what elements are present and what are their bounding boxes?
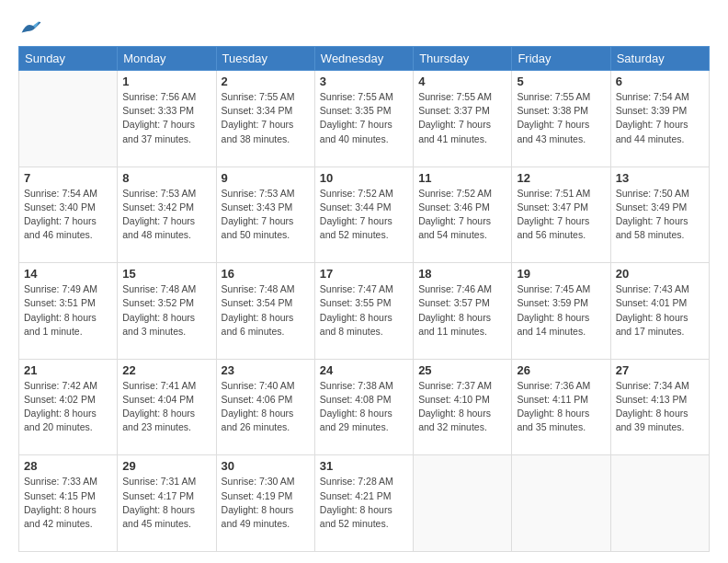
day-info: Sunrise: 7:43 AM Sunset: 4:01 PM Dayligh… xyxy=(616,282,704,339)
day-info: Sunrise: 7:37 AM Sunset: 4:10 PM Dayligh… xyxy=(418,379,506,435)
day-number: 7 xyxy=(24,171,112,185)
weekday-tuesday: Tuesday xyxy=(216,47,314,71)
day-number: 19 xyxy=(517,267,605,281)
week-row-3: 14Sunrise: 7:49 AM Sunset: 3:51 PM Dayli… xyxy=(19,263,710,360)
logo-bird-icon xyxy=(20,18,42,37)
weekday-header-row: SundayMondayTuesdayWednesdayThursdayFrid… xyxy=(19,47,710,71)
day-number: 6 xyxy=(616,75,704,88)
day-cell: 24Sunrise: 7:38 AM Sunset: 4:08 PM Dayli… xyxy=(314,359,413,455)
day-number: 23 xyxy=(222,363,310,377)
weekday-thursday: Thursday xyxy=(414,47,512,71)
day-cell: 22Sunrise: 7:41 AM Sunset: 4:04 PM Dayli… xyxy=(118,359,216,455)
day-cell: 29Sunrise: 7:31 AM Sunset: 4:17 PM Dayli… xyxy=(118,455,216,552)
day-cell: 10Sunrise: 7:52 AM Sunset: 3:44 PM Dayli… xyxy=(314,167,413,263)
day-number: 5 xyxy=(517,75,605,88)
weekday-friday: Friday xyxy=(512,47,610,71)
day-number: 3 xyxy=(320,75,408,88)
day-info: Sunrise: 7:52 AM Sunset: 3:44 PM Dayligh… xyxy=(320,187,408,243)
day-cell: 4Sunrise: 7:55 AM Sunset: 3:37 PM Daylig… xyxy=(414,71,512,167)
day-cell: 20Sunrise: 7:43 AM Sunset: 4:01 PM Dayli… xyxy=(610,263,709,360)
day-number: 1 xyxy=(122,75,210,88)
header xyxy=(18,15,710,37)
day-number: 4 xyxy=(418,75,506,88)
day-number: 12 xyxy=(517,171,605,185)
day-cell: 27Sunrise: 7:34 AM Sunset: 4:13 PM Dayli… xyxy=(610,359,709,455)
day-number: 29 xyxy=(122,459,210,473)
day-number: 11 xyxy=(418,171,506,185)
calendar-table: SundayMondayTuesdayWednesdayThursdayFrid… xyxy=(18,46,710,552)
day-cell: 14Sunrise: 7:49 AM Sunset: 3:51 PM Dayli… xyxy=(19,263,118,360)
day-info: Sunrise: 7:45 AM Sunset: 3:59 PM Dayligh… xyxy=(517,282,605,339)
day-info: Sunrise: 7:53 AM Sunset: 3:43 PM Dayligh… xyxy=(222,187,310,243)
day-number: 9 xyxy=(222,171,310,185)
day-info: Sunrise: 7:55 AM Sunset: 3:38 PM Dayligh… xyxy=(517,90,605,146)
day-cell: 31Sunrise: 7:28 AM Sunset: 4:21 PM Dayli… xyxy=(314,455,413,552)
logo xyxy=(18,18,42,37)
day-cell: 1Sunrise: 7:56 AM Sunset: 3:33 PM Daylig… xyxy=(118,71,216,167)
day-number: 31 xyxy=(320,459,408,473)
day-info: Sunrise: 7:34 AM Sunset: 4:13 PM Dayligh… xyxy=(616,379,704,435)
day-info: Sunrise: 7:36 AM Sunset: 4:11 PM Dayligh… xyxy=(517,379,605,435)
day-info: Sunrise: 7:31 AM Sunset: 4:17 PM Dayligh… xyxy=(122,475,210,531)
day-number: 14 xyxy=(24,267,112,281)
day-cell: 30Sunrise: 7:30 AM Sunset: 4:19 PM Dayli… xyxy=(216,455,314,552)
day-cell: 15Sunrise: 7:48 AM Sunset: 3:52 PM Dayli… xyxy=(118,263,216,360)
day-info: Sunrise: 7:52 AM Sunset: 3:46 PM Dayligh… xyxy=(418,187,506,243)
day-number: 13 xyxy=(616,171,704,185)
day-cell: 18Sunrise: 7:46 AM Sunset: 3:57 PM Dayli… xyxy=(414,263,512,360)
day-cell: 7Sunrise: 7:54 AM Sunset: 3:40 PM Daylig… xyxy=(19,167,118,263)
day-info: Sunrise: 7:33 AM Sunset: 4:15 PM Dayligh… xyxy=(24,475,112,531)
day-info: Sunrise: 7:28 AM Sunset: 4:21 PM Dayligh… xyxy=(320,475,408,531)
day-cell: 6Sunrise: 7:54 AM Sunset: 3:39 PM Daylig… xyxy=(610,71,709,167)
day-cell: 8Sunrise: 7:53 AM Sunset: 3:42 PM Daylig… xyxy=(118,167,216,263)
day-info: Sunrise: 7:56 AM Sunset: 3:33 PM Dayligh… xyxy=(122,90,210,146)
day-info: Sunrise: 7:55 AM Sunset: 3:37 PM Dayligh… xyxy=(418,90,506,146)
weekday-sunday: Sunday xyxy=(19,47,118,71)
day-cell: 3Sunrise: 7:55 AM Sunset: 3:35 PM Daylig… xyxy=(314,71,413,167)
day-number: 30 xyxy=(222,459,310,473)
day-cell: 28Sunrise: 7:33 AM Sunset: 4:15 PM Dayli… xyxy=(19,455,118,552)
day-number: 15 xyxy=(122,267,210,281)
day-number: 2 xyxy=(222,75,310,88)
day-cell: 17Sunrise: 7:47 AM Sunset: 3:55 PM Dayli… xyxy=(314,263,413,360)
day-number: 24 xyxy=(320,363,408,377)
day-cell: 26Sunrise: 7:36 AM Sunset: 4:11 PM Dayli… xyxy=(512,359,610,455)
day-cell xyxy=(512,455,610,552)
day-number: 18 xyxy=(418,267,506,281)
day-number: 27 xyxy=(616,363,704,377)
day-cell: 23Sunrise: 7:40 AM Sunset: 4:06 PM Dayli… xyxy=(216,359,314,455)
day-info: Sunrise: 7:46 AM Sunset: 3:57 PM Dayligh… xyxy=(418,282,506,339)
day-cell: 25Sunrise: 7:37 AM Sunset: 4:10 PM Dayli… xyxy=(414,359,512,455)
day-info: Sunrise: 7:48 AM Sunset: 3:54 PM Dayligh… xyxy=(222,282,310,339)
day-info: Sunrise: 7:50 AM Sunset: 3:49 PM Dayligh… xyxy=(616,187,704,243)
day-number: 20 xyxy=(616,267,704,281)
week-row-2: 7Sunrise: 7:54 AM Sunset: 3:40 PM Daylig… xyxy=(19,167,710,263)
day-cell: 21Sunrise: 7:42 AM Sunset: 4:02 PM Dayli… xyxy=(19,359,118,455)
day-info: Sunrise: 7:49 AM Sunset: 3:51 PM Dayligh… xyxy=(24,282,112,339)
day-info: Sunrise: 7:40 AM Sunset: 4:06 PM Dayligh… xyxy=(222,379,310,435)
day-cell: 13Sunrise: 7:50 AM Sunset: 3:49 PM Dayli… xyxy=(610,167,709,263)
day-number: 28 xyxy=(24,459,112,473)
day-number: 10 xyxy=(320,171,408,185)
day-cell: 2Sunrise: 7:55 AM Sunset: 3:34 PM Daylig… xyxy=(216,71,314,167)
day-info: Sunrise: 7:42 AM Sunset: 4:02 PM Dayligh… xyxy=(24,379,112,435)
day-info: Sunrise: 7:55 AM Sunset: 3:35 PM Dayligh… xyxy=(320,90,408,146)
day-info: Sunrise: 7:54 AM Sunset: 3:40 PM Dayligh… xyxy=(24,187,112,243)
day-cell: 12Sunrise: 7:51 AM Sunset: 3:47 PM Dayli… xyxy=(512,167,610,263)
day-cell: 9Sunrise: 7:53 AM Sunset: 3:43 PM Daylig… xyxy=(216,167,314,263)
day-number: 17 xyxy=(320,267,408,281)
day-info: Sunrise: 7:48 AM Sunset: 3:52 PM Dayligh… xyxy=(122,282,210,339)
week-row-4: 21Sunrise: 7:42 AM Sunset: 4:02 PM Dayli… xyxy=(19,359,710,455)
day-info: Sunrise: 7:30 AM Sunset: 4:19 PM Dayligh… xyxy=(222,475,310,531)
day-info: Sunrise: 7:41 AM Sunset: 4:04 PM Dayligh… xyxy=(122,379,210,435)
week-row-5: 28Sunrise: 7:33 AM Sunset: 4:15 PM Dayli… xyxy=(19,455,710,552)
day-number: 16 xyxy=(222,267,310,281)
day-number: 8 xyxy=(122,171,210,185)
day-cell xyxy=(19,71,118,167)
day-info: Sunrise: 7:55 AM Sunset: 3:34 PM Dayligh… xyxy=(222,90,310,146)
day-cell: 11Sunrise: 7:52 AM Sunset: 3:46 PM Dayli… xyxy=(414,167,512,263)
day-cell: 5Sunrise: 7:55 AM Sunset: 3:38 PM Daylig… xyxy=(512,71,610,167)
day-cell xyxy=(610,455,709,552)
week-row-1: 1Sunrise: 7:56 AM Sunset: 3:33 PM Daylig… xyxy=(19,71,710,167)
day-number: 21 xyxy=(24,363,112,377)
